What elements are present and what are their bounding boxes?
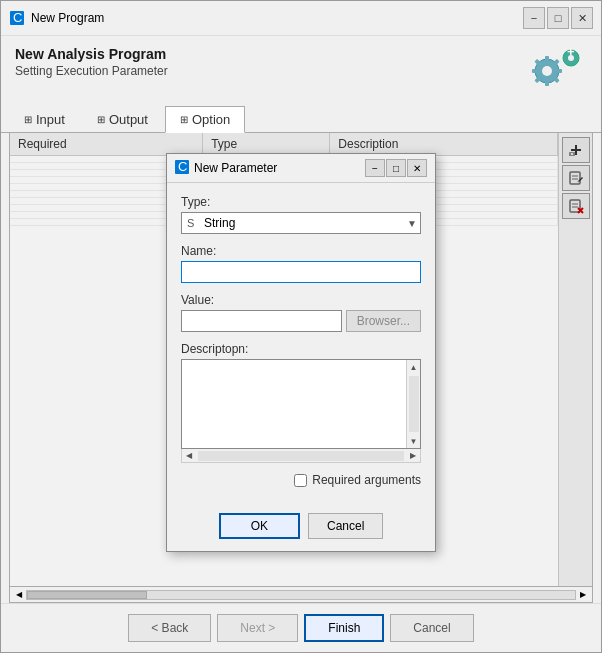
ok-button[interactable]: OK [219, 513, 300, 539]
dialog-body: Type: S String Integer Float Boolean Fil… [167, 183, 435, 505]
next-button[interactable]: Next > [217, 614, 298, 642]
main-window: C New Program − □ ✕ New Analysis Program… [0, 0, 602, 653]
header-section: New Analysis Program Setting Execution P… [1, 36, 601, 102]
hscroll-right-arrow[interactable]: ▶ [406, 449, 420, 463]
svg-rect-7 [557, 69, 562, 73]
tab-option-icon: ⊞ [180, 114, 188, 125]
desc-label: Descriptopn: [181, 342, 421, 356]
scroll-track [409, 376, 419, 432]
desc-textarea-wrapper: ▲ ▼ [181, 359, 421, 449]
desc-vertical-scrollbar[interactable]: ▲ ▼ [406, 360, 420, 448]
type-select[interactable]: String Integer Float Boolean File [181, 212, 421, 234]
name-input[interactable] [181, 261, 421, 283]
hscroll-left-arrow[interactable]: ◀ [182, 449, 196, 463]
scroll-up-arrow[interactable]: ▲ [407, 360, 421, 374]
svg-text:+: + [567, 46, 575, 59]
bottom-nav: < Back Next > Finish Cancel [1, 603, 601, 652]
content-wrapper: Required Type Description [9, 133, 593, 587]
tab-option-label: Option [192, 112, 230, 127]
required-row: Required arguments [181, 473, 421, 487]
hscroll-right[interactable]: ▶ [576, 589, 590, 601]
type-select-wrapper: S String Integer Float Boolean File ▼ [181, 212, 421, 234]
close-button[interactable]: ✕ [571, 7, 593, 29]
maximize-button[interactable]: □ [547, 7, 569, 29]
hscroll-track [198, 451, 404, 461]
gear-icon-decoration: + [527, 46, 587, 96]
dialog-buttons: OK Cancel [167, 505, 435, 551]
tab-output-icon: ⊞ [97, 114, 105, 125]
tabs-bar: ⊞ Input ⊞ Output ⊞ Option [1, 106, 601, 133]
hscroll-track [26, 590, 576, 600]
value-label: Value: [181, 293, 421, 307]
back-button[interactable]: < Back [128, 614, 211, 642]
type-label: Type: [181, 195, 421, 209]
tab-output-label: Output [109, 112, 148, 127]
tab-input[interactable]: ⊞ Input [9, 106, 80, 132]
dialog-title-bar: C New Parameter − □ ✕ [167, 154, 435, 183]
tab-output[interactable]: ⊞ Output [82, 106, 163, 132]
svg-text:C: C [13, 11, 22, 25]
value-group: Value: Browser... [181, 293, 421, 332]
type-group: Type: S String Integer Float Boolean Fil… [181, 195, 421, 234]
dialog-maximize-button[interactable]: □ [386, 159, 406, 177]
app-icon: C [9, 10, 25, 26]
dialog-minimize-button[interactable]: − [365, 159, 385, 177]
page-title: New Analysis Program [15, 46, 168, 62]
desc-horizontal-scrollbar[interactable]: ◀ ▶ [181, 449, 421, 463]
minimize-button[interactable]: − [523, 7, 545, 29]
dialog-title-icon: C [175, 160, 189, 177]
tab-input-label: Input [36, 112, 65, 127]
name-label: Name: [181, 244, 421, 258]
tab-input-icon: ⊞ [24, 114, 32, 125]
value-input[interactable] [181, 310, 342, 332]
cancel-button[interactable]: Cancel [390, 614, 473, 642]
browser-button[interactable]: Browser... [346, 310, 421, 332]
tab-option[interactable]: ⊞ Option [165, 106, 245, 133]
name-group: Name: [181, 244, 421, 283]
dialog-cancel-button[interactable]: Cancel [308, 513, 383, 539]
dialog-title-text: New Parameter [194, 161, 365, 175]
window-title: New Program [31, 11, 523, 25]
window-controls: − □ ✕ [523, 7, 593, 29]
svg-rect-6 [532, 69, 537, 73]
desc-textarea[interactable] [182, 360, 406, 448]
horizontal-scrollbar[interactable]: ◀ ▶ [9, 587, 593, 603]
required-label: Required arguments [312, 473, 421, 487]
svg-text:C: C [178, 160, 187, 174]
dialog-overlay: C New Parameter − □ ✕ Type: [10, 133, 592, 586]
desc-group: Descriptopn: ▲ ▼ ◀ ▶ [181, 342, 421, 463]
svg-point-3 [542, 66, 552, 76]
value-row: Browser... [181, 310, 421, 332]
hscroll-left[interactable]: ◀ [12, 589, 26, 601]
scroll-down-arrow[interactable]: ▼ [407, 434, 421, 448]
svg-rect-4 [545, 56, 549, 61]
required-checkbox[interactable] [294, 474, 307, 487]
svg-rect-5 [545, 81, 549, 86]
title-bar: C New Program − □ ✕ [1, 1, 601, 36]
finish-button[interactable]: Finish [304, 614, 384, 642]
hscroll-thumb[interactable] [27, 591, 147, 599]
dialog-close-button[interactable]: ✕ [407, 159, 427, 177]
page-subtitle: Setting Execution Parameter [15, 64, 168, 78]
new-parameter-dialog: C New Parameter − □ ✕ Type: [166, 153, 436, 552]
header-titles: New Analysis Program Setting Execution P… [15, 46, 168, 78]
dialog-window-controls: − □ ✕ [365, 159, 427, 177]
